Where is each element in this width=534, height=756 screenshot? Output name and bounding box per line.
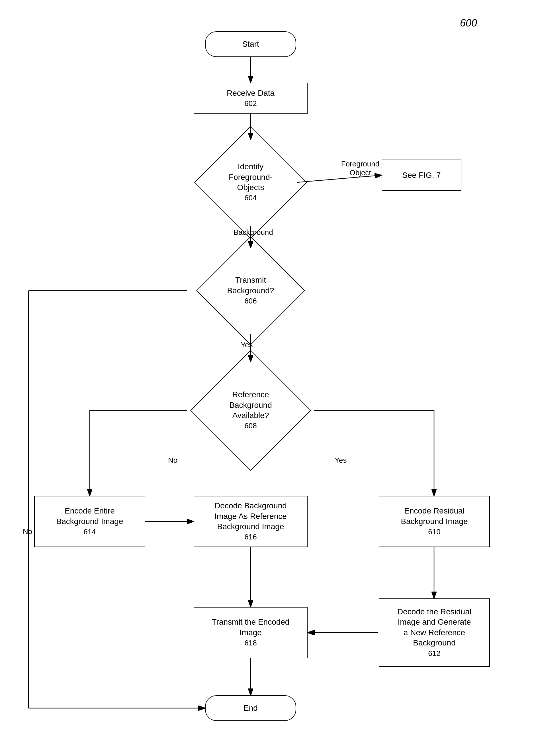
no-ref-label: No <box>168 456 177 465</box>
decode-residual-label: Decode the ResidualImage and Generatea N… <box>397 607 471 659</box>
transmit-encoded-node: Transmit the EncodedImage618 <box>194 607 308 658</box>
end-label: End <box>243 703 258 713</box>
encode-entire-label: Encode EntireBackground Image614 <box>56 506 123 537</box>
figure-label: 600 <box>460 17 477 29</box>
encode-residual-node: Encode ResidualBackground Image610 <box>379 496 490 547</box>
foreground-object-label: ForegroundObject <box>338 160 383 177</box>
receive-data-node: Receive Data602 <box>194 83 308 114</box>
see-fig7-label: See FIG. 7 <box>402 170 441 180</box>
yes-ref-label: Yes <box>335 456 346 465</box>
decode-bg-ref-node: Decode BackgroundImage As ReferenceBackg… <box>194 496 308 547</box>
transmit-encoded-label: Transmit the EncodedImage618 <box>212 617 290 648</box>
end-node: End <box>205 695 296 721</box>
see-fig7-node: See FIG. 7 <box>382 160 461 191</box>
yes-transmit-label: Yes <box>241 340 253 349</box>
transmit-bg-label: TransmitBackground?606 <box>227 276 274 305</box>
decode-residual-node: Decode the ResidualImage and Generatea N… <box>379 598 490 667</box>
identify-fg-node: IdentifyForeground-Objects604 <box>165 140 336 225</box>
encode-residual-label: Encode ResidualBackground Image610 <box>401 506 468 537</box>
start-label: Start <box>242 39 259 49</box>
ref-bg-avail-node: ReferenceBackgroundAvailable?608 <box>160 362 342 459</box>
no-loop-label: No <box>23 527 32 536</box>
flowchart-diagram: 600 Start Receive Data602 IdentifyForegr… <box>0 0 534 756</box>
encode-entire-node: Encode EntireBackground Image614 <box>34 496 145 547</box>
start-node: Start <box>205 31 296 57</box>
decode-bg-ref-label: Decode BackgroundImage As ReferenceBackg… <box>215 501 287 542</box>
transmit-bg-node: TransmitBackground?606 <box>165 248 336 334</box>
ref-bg-avail-label: ReferenceBackgroundAvailable?608 <box>229 390 272 430</box>
background-label: Background <box>234 228 273 237</box>
receive-data-label: Receive Data602 <box>227 88 274 109</box>
identify-fg-label: IdentifyForeground-Objects604 <box>229 162 272 202</box>
